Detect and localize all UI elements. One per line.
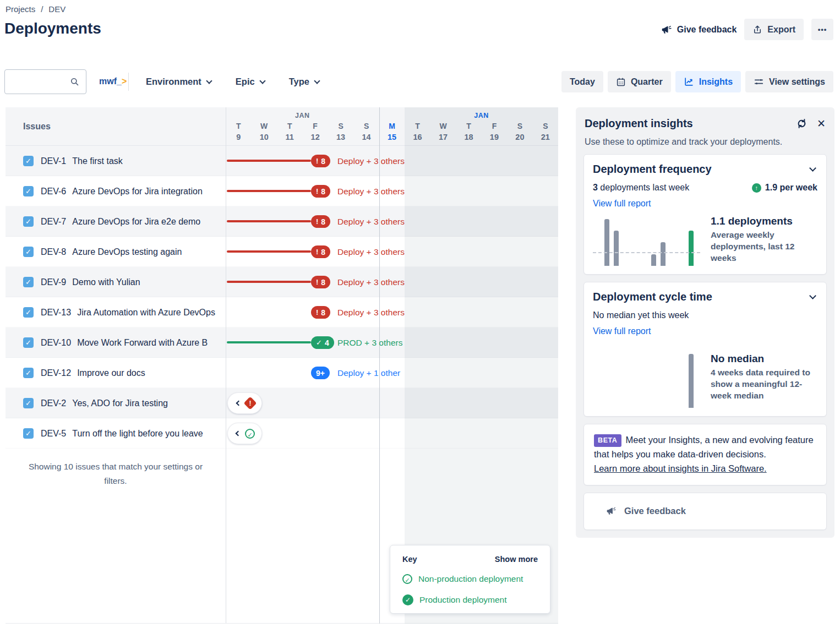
issue-title: Yes, ADO for Jira testing — [72, 398, 168, 408]
chart-bar — [651, 254, 656, 266]
type-filter-dropdown[interactable]: Type — [289, 77, 319, 87]
key-legend-title: Key — [402, 555, 417, 564]
issue-row[interactable]: ✓DEV-2Yes, ADO for Jira testing! — [6, 388, 558, 418]
deployment-badge[interactable]: 9+ — [311, 367, 330, 379]
deployment-count: 8 — [321, 308, 325, 317]
deployment-badge[interactable]: ✓4 — [311, 336, 334, 349]
refresh-icon[interactable] — [796, 118, 808, 129]
quarter-button[interactable]: Quarter — [608, 71, 671, 92]
deployment-bar — [227, 341, 311, 343]
deployment-badge-label[interactable]: Deploy + 3 others — [337, 176, 405, 206]
issue-checkbox[interactable]: ✓ — [23, 307, 34, 318]
epic-filter-dropdown[interactable]: Epic — [236, 77, 265, 87]
issue-checkbox[interactable]: ✓ — [23, 428, 34, 439]
view-settings-button[interactable]: View settings — [745, 71, 833, 92]
search-box — [4, 69, 86, 94]
issue-key: DEV-2 — [41, 398, 66, 408]
day-column-header-today: M15 — [379, 122, 405, 141]
issue-row-left: ✓DEV-1The first task — [6, 146, 226, 176]
issue-row-left: ✓DEV-7Azure DevOps for Jira e2e demo — [6, 206, 226, 237]
insights-button[interactable]: Insights — [675, 71, 741, 92]
deployment-badge-label[interactable]: PROD + 3 others — [337, 327, 402, 358]
day-column-header: S14 — [353, 122, 379, 141]
deployment-badge[interactable]: !8 — [311, 276, 330, 288]
deployment-badge[interactable]: !8 — [311, 215, 330, 228]
deployment-badge-label[interactable]: Deploy + 3 others — [337, 146, 405, 176]
collapse-chevron-icon[interactable] — [809, 165, 816, 172]
user-avatar[interactable]: mwf_> — [99, 77, 127, 86]
search-input[interactable] — [10, 70, 68, 94]
deployment-badge-label[interactable]: Deploy + 3 others — [337, 237, 405, 267]
issue-row-timeline: !8Deploy + 3 others — [226, 267, 558, 297]
deployment-badge[interactable]: !8 — [311, 155, 330, 167]
close-icon[interactable]: ✕ — [817, 117, 826, 130]
give-feedback-button[interactable]: Give feedback — [661, 24, 737, 35]
issue-row[interactable]: ✓DEV-9Demo with Yulian!8Deploy + 3 other… — [6, 267, 558, 297]
deployment-bar — [227, 250, 311, 253]
issue-checkbox[interactable]: ✓ — [23, 216, 34, 227]
issue-row-timeline: 9+Deploy + 1 other — [226, 358, 558, 388]
issue-row-left: ✓DEV-8Azure DevOps testing again — [6, 237, 226, 267]
issue-title: Azure DevOps for Jira e2e demo — [72, 217, 200, 226]
error-icon: ! — [316, 308, 318, 316]
issue-row-timeline: ! — [226, 388, 558, 418]
issue-title: Azure DevOps testing again — [72, 247, 182, 256]
success-check-icon: ✓ — [245, 429, 255, 439]
breadcrumb-projects[interactable]: Projects — [6, 4, 35, 14]
collapse-chevron-icon[interactable] — [809, 292, 816, 299]
breadcrumb-project-key[interactable]: DEV — [48, 4, 66, 14]
issue-row[interactable]: ✓DEV-5Turn off the light before you leav… — [6, 418, 558, 449]
deployment-badge[interactable]: !8 — [311, 306, 330, 319]
error-diamond-icon: ! — [243, 396, 257, 409]
issue-row[interactable]: ✓DEV-8Azure DevOps testing again!8Deploy… — [6, 237, 558, 267]
deployment-badge-label[interactable]: Deploy + 3 others — [337, 206, 405, 237]
issue-row-timeline: !8Deploy + 3 others — [226, 237, 558, 267]
more-actions-button[interactable]: ••• — [811, 19, 833, 40]
scroll-to-deployment-pill[interactable]: ! — [227, 392, 262, 414]
issue-key: DEV-9 — [41, 277, 66, 287]
issue-row-left: ✓DEV-5Turn off the light before you leav… — [6, 418, 226, 449]
deployment-bar — [227, 220, 311, 222]
deployment-badge[interactable]: !8 — [311, 245, 330, 258]
issue-checkbox[interactable]: ✓ — [23, 186, 34, 196]
learn-more-link[interactable]: Learn more about insights in Jira Softwa… — [594, 463, 767, 473]
issue-row[interactable]: ✓DEV-6Azure DevOps for Jira integration!… — [6, 176, 558, 206]
issue-row[interactable]: ✓DEV-7Azure DevOps for Jira e2e demo!8De… — [6, 206, 558, 237]
issue-row[interactable]: ✓DEV-10Move Work Forward with Azure B✓4P… — [6, 327, 558, 358]
error-icon: ! — [316, 278, 318, 286]
issue-row-timeline: ✓ — [226, 418, 558, 449]
megaphone-icon — [606, 506, 617, 516]
issue-row-left: ✓DEV-9Demo with Yulian — [6, 267, 226, 297]
issue-row[interactable]: ✓DEV-12Improve our docs9+Deploy + 1 othe… — [6, 358, 558, 388]
filter-divider — [128, 73, 129, 91]
issue-checkbox[interactable]: ✓ — [23, 337, 34, 348]
scroll-to-deployment-pill[interactable]: ✓ — [227, 423, 262, 444]
issues-count-footer: Showing 10 issues that match your settin… — [17, 460, 215, 488]
show-more-link[interactable]: Show more — [495, 555, 538, 564]
deployment-badge-label[interactable]: Deploy + 3 others — [337, 267, 405, 297]
export-icon — [752, 25, 762, 35]
issue-checkbox[interactable]: ✓ — [23, 156, 34, 166]
today-button[interactable]: Today — [561, 71, 603, 92]
environment-filter-dropdown[interactable]: Environment — [146, 77, 211, 87]
day-column-header: W10 — [251, 122, 276, 141]
export-button[interactable]: Export — [744, 19, 804, 40]
frequency-view-full-report-link[interactable]: View full report — [593, 199, 651, 209]
issue-checkbox[interactable]: ✓ — [23, 398, 34, 408]
month-label: JAN — [226, 112, 379, 119]
deployment-count: 8 — [321, 217, 325, 226]
cycle-time-view-full-report-link[interactable]: View full report — [593, 326, 651, 336]
issue-checkbox[interactable]: ✓ — [23, 247, 34, 257]
panel-give-feedback-button[interactable]: Give feedback — [583, 493, 827, 530]
insights-chart-icon — [684, 77, 694, 87]
deployment-badge[interactable]: !8 — [311, 185, 330, 198]
issue-checkbox[interactable]: ✓ — [23, 368, 34, 378]
issue-checkbox[interactable]: ✓ — [23, 277, 34, 287]
issue-row[interactable]: ✓DEV-13Jira Automation with Azure DevOps… — [6, 297, 558, 327]
deployment-badge-label[interactable]: Deploy + 1 other — [337, 358, 400, 388]
issue-row[interactable]: ✓DEV-1The first task!8Deploy + 3 others — [6, 146, 558, 176]
deployment-badge-label[interactable]: Deploy + 3 others — [337, 297, 405, 327]
issue-row-timeline: !8Deploy + 3 others — [226, 146, 558, 176]
issue-text: DEV-6Azure DevOps for Jira integration — [41, 176, 225, 206]
frequency-trend: ↑ 1.9 per week — [752, 183, 817, 193]
